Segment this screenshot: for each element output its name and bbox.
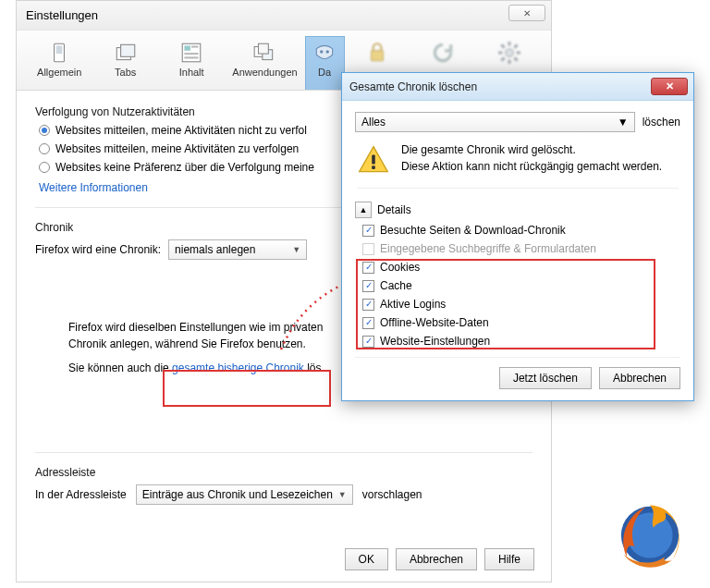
- tab-anwendungen[interactable]: Anwendungen: [224, 36, 305, 90]
- check-cookies[interactable]: Cookies: [362, 261, 680, 274]
- chevron-up-icon: ▲: [355, 202, 372, 218]
- svg-rect-6: [191, 45, 199, 47]
- svg-point-13: [326, 50, 329, 53]
- radio-label: Websites mitteilen, meine Aktivitäten ni…: [55, 124, 307, 137]
- tab-datenschutz[interactable]: Da: [305, 36, 345, 90]
- text: Sie können auch die: [68, 361, 172, 374]
- button-label: Abbrechen: [410, 553, 463, 566]
- radio-label: Websites keine Präferenz über die Verfol…: [55, 161, 314, 174]
- svg-line-22: [501, 57, 504, 60]
- link-label: Weitere Informationen: [39, 181, 148, 194]
- checkbox-icon: [362, 225, 374, 237]
- warning-icon: [357, 143, 390, 177]
- divider: [35, 452, 532, 453]
- history-desc-line2: Chronik anlegen, während Sie Firefox ben…: [68, 337, 306, 350]
- chevron-down-icon: ▼: [338, 490, 347, 499]
- time-range-action: löschen: [643, 116, 680, 129]
- check-cache[interactable]: Cache: [362, 279, 680, 292]
- tabs-icon: [114, 41, 138, 65]
- close-button[interactable]: ✕: [508, 5, 545, 21]
- check-label: Cookies: [380, 261, 420, 274]
- time-range-select[interactable]: Alles ▼: [355, 112, 635, 132]
- addressbar-select[interactable]: Einträge aus Chronik und Lesezeichen ▼: [136, 484, 353, 505]
- lock-icon: [365, 41, 389, 65]
- firefox-logo-icon: [612, 497, 688, 573]
- svg-rect-8: [185, 56, 199, 58]
- details-list: Besuchte Seiten & Download-Chronik Einge…: [359, 224, 680, 348]
- svg-rect-24: [372, 155, 375, 165]
- check-form: Eingegebene Suchbegriffe & Formulardaten: [362, 242, 680, 255]
- content-icon: [179, 41, 203, 65]
- history-mode-select[interactable]: niemals anlegen ▼: [168, 239, 307, 260]
- dialog-title: Gesamte Chronik löschen: [349, 80, 477, 93]
- chevron-down-icon: ▼: [292, 245, 300, 254]
- check-label: Aktive Logins: [380, 298, 446, 311]
- check-visited[interactable]: Besuchte Seiten & Download-Chronik: [362, 224, 680, 237]
- button-label: Abbrechen: [613, 372, 667, 385]
- check-siteprefs[interactable]: Website-Einstellungen: [362, 335, 680, 348]
- select-value: Einträge aus Chronik und Lesezeichen: [142, 488, 333, 501]
- checkbox-icon: [362, 280, 374, 292]
- check-label: Website-Einstellungen: [380, 335, 490, 348]
- checkbox-icon: [362, 262, 374, 274]
- addressbar-group: Adressleiste In der Adressleiste Einträg…: [35, 466, 532, 505]
- settings-titlebar: Einstellungen ✕: [17, 1, 551, 31]
- dialog-cancel-button[interactable]: Abbrechen: [599, 367, 680, 389]
- tab-allgemein[interactable]: Allgemein: [26, 36, 92, 90]
- svg-line-20: [501, 44, 504, 47]
- warning-text: Die gesamte Chronik wird gelöscht. Diese…: [401, 143, 662, 173]
- settings-buttons: OK Abbrechen Hilfe: [345, 548, 534, 570]
- check-label: Cache: [380, 279, 412, 292]
- settings-title: Einstellungen: [26, 8, 98, 22]
- chevron-down-icon: ▼: [618, 116, 629, 129]
- tab-label: Allgemein: [37, 67, 81, 78]
- dialog-close-button[interactable]: ✕: [651, 78, 688, 95]
- tab-tabs[interactable]: Tabs: [92, 36, 158, 90]
- clear-now-button[interactable]: Jetzt löschen: [499, 367, 592, 389]
- ok-button[interactable]: OK: [345, 548, 388, 570]
- warning-row: Die gesamte Chronik wird gelöscht. Diese…: [357, 143, 679, 189]
- apps-icon: [252, 41, 276, 65]
- details-label: Details: [377, 203, 411, 216]
- radio-icon: [39, 125, 50, 136]
- addressbar-label: In der Adressleiste: [35, 488, 127, 501]
- checkbox-icon: [362, 243, 374, 255]
- clear-history-dialog: Gesamte Chronik löschen ✕ Alles ▼ lösche…: [341, 72, 694, 401]
- svg-rect-25: [372, 165, 375, 169]
- check-logins[interactable]: Aktive Logins: [362, 298, 680, 311]
- svg-rect-11: [259, 43, 269, 54]
- svg-rect-3: [120, 44, 134, 56]
- warning-line1: Die gesamte Chronik wird gelöscht.: [401, 143, 662, 156]
- select-value: Alles: [361, 116, 386, 129]
- svg-line-21: [514, 57, 517, 60]
- tab-label: Inhalt: [179, 67, 204, 78]
- svg-line-23: [514, 44, 517, 47]
- switch-icon: [47, 41, 71, 65]
- tab-label: Da: [318, 67, 331, 78]
- text: lös: [304, 361, 322, 374]
- addressbar-suffix: vorschlagen: [362, 488, 422, 501]
- mask-icon: [312, 41, 337, 65]
- history-desc-line1: Firefox wird dieselben Einstellungen wie…: [68, 321, 323, 334]
- radio-icon: [39, 162, 50, 173]
- cancel-button[interactable]: Abbrechen: [396, 548, 477, 570]
- tab-label: Tabs: [115, 67, 136, 78]
- select-value: niemals anlegen: [175, 243, 255, 256]
- check-offline[interactable]: Offline-Website-Daten: [362, 316, 680, 329]
- button-label: Jetzt löschen: [513, 372, 578, 385]
- tab-inhalt[interactable]: Inhalt: [158, 36, 225, 90]
- help-button[interactable]: Hilfe: [484, 548, 534, 570]
- details-toggle[interactable]: ▲ Details: [355, 202, 680, 218]
- addressbar-row: In der Adressleiste Einträge aus Chronik…: [35, 484, 532, 505]
- check-label: Besuchte Seiten & Download-Chronik: [380, 224, 566, 237]
- history-mode-label: Firefox wird eine Chronik:: [35, 243, 161, 256]
- button-label: OK: [359, 553, 374, 566]
- check-label: Eingegebene Suchbegriffe & Formulardaten: [380, 242, 596, 255]
- radio-icon: [39, 143, 50, 154]
- addressbar-heading: Adressleiste: [35, 466, 532, 479]
- radio-label: Websites mitteilen, meine Aktivitäten zu…: [55, 142, 299, 155]
- dialog-buttons: Jetzt löschen Abbrechen: [355, 357, 680, 389]
- svg-rect-14: [371, 51, 383, 61]
- history-clear-link[interactable]: gesamte bisherige Chronik: [172, 361, 304, 374]
- svg-rect-7: [185, 53, 199, 55]
